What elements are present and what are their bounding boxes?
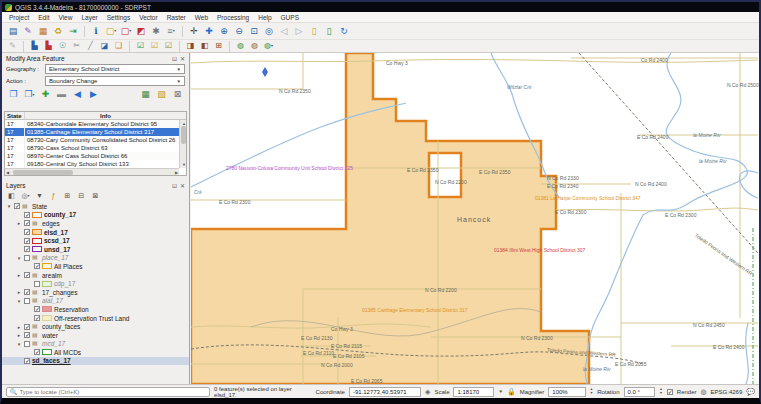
- scrollbar-thumb[interactable]: [13, 170, 73, 175]
- layer-checkbox[interactable]: ✓: [14, 203, 20, 209]
- expander-icon[interactable]: ▾: [16, 341, 22, 347]
- layer-item-water[interactable]: ▸✓▤water: [2, 331, 189, 340]
- globe-icon[interactable]: ◍: [700, 388, 706, 396]
- search-input[interactable]: [20, 389, 207, 395]
- layer-item-aial-17[interactable]: ▾▤aial_17: [2, 297, 189, 306]
- render-checkbox[interactable]: ✓: [667, 389, 673, 395]
- table-row[interactable]: 1708340-Carbondale Elementary School Dis…: [5, 120, 179, 128]
- messages-icon[interactable]: 💬: [746, 388, 755, 396]
- layer-item-reservation[interactable]: ✓Reservation: [2, 305, 189, 314]
- deselect-features-icon[interactable]: ▢▾: [119, 25, 133, 38]
- layer-checkbox[interactable]: ✓: [24, 289, 30, 295]
- edit-form-button[interactable]: ▧: [155, 89, 168, 100]
- copy-feature-button[interactable]: ❐: [7, 89, 20, 100]
- layer-item-all-places[interactable]: ✓All Places: [2, 262, 189, 271]
- expander-icon[interactable]: ▸: [16, 332, 22, 338]
- table-row[interactable]: 1709180-Central City School District 133: [5, 160, 179, 168]
- magnifier-value[interactable]: 100%: [548, 387, 585, 397]
- copy-style-icon[interactable]: ❏: [112, 41, 125, 52]
- layer-item-elsd-17[interactable]: ✓elsd_17: [2, 228, 189, 237]
- measure-icon[interactable]: ≡▾: [164, 25, 178, 38]
- layer-checkbox[interactable]: ✓: [24, 246, 30, 252]
- zoom-last-icon[interactable]: ◁: [277, 25, 291, 38]
- layer-item-state[interactable]: ▾✓▤State: [2, 202, 189, 211]
- panel-left-icon[interactable]: ◨: [184, 41, 197, 52]
- menu-item-processing[interactable]: Processing: [217, 14, 249, 21]
- scrollbar-thumb[interactable]: [181, 126, 186, 144]
- style-swap-icon[interactable]: ◪: [98, 41, 111, 52]
- lock-icon[interactable]: 🔒: [507, 388, 516, 396]
- layer-item-county-17[interactable]: ✓county_17: [2, 211, 189, 220]
- extents-icon[interactable]: ◈: [425, 388, 430, 396]
- column-header-info[interactable]: Info: [25, 112, 186, 119]
- expander-icon[interactable]: ▸: [16, 324, 22, 330]
- column-header-state[interactable]: State: [5, 112, 25, 119]
- close-panel-icon[interactable]: ✕: [180, 182, 185, 189]
- layer-checkbox[interactable]: ✓: [34, 315, 40, 321]
- layer-checkbox[interactable]: [34, 281, 40, 287]
- layer-item-mcd-17[interactable]: ▾▤mcd_17: [2, 340, 189, 349]
- layer-item-county-faces[interactable]: ▸✓▤county_faces: [2, 322, 189, 331]
- menu-item-view[interactable]: View: [58, 14, 72, 21]
- menu-item-project[interactable]: Project: [9, 14, 29, 21]
- layer-item-place-17[interactable]: ▾▤place_17: [2, 254, 189, 263]
- expander-icon[interactable]: ▸: [16, 289, 22, 295]
- layer-checkbox[interactable]: ✓: [24, 332, 30, 338]
- layer-checkbox[interactable]: [24, 298, 30, 304]
- layer-checkbox[interactable]: [24, 255, 30, 261]
- table-row[interactable]: 1708730-Cary Community Consolidated Scho…: [5, 136, 179, 144]
- menu-item-raster[interactable]: Raster: [167, 14, 186, 21]
- expander-icon[interactable]: ▾: [6, 203, 12, 209]
- layer-item-cdp-17[interactable]: cdp_17: [2, 279, 189, 288]
- map-canvas[interactable]: Co Hwy 3Co Rd 2400N Co Rd 2350Witzlar Cr…: [191, 53, 759, 384]
- settings-gear-icon[interactable]: ✱: [149, 25, 163, 38]
- refresh-icon[interactable]: ↻: [337, 25, 351, 38]
- panel-mid-icon[interactable]: ◧: [198, 41, 211, 52]
- locator-search[interactable]: 🔍: [6, 387, 210, 397]
- layer-checkbox[interactable]: ✓: [24, 272, 30, 278]
- node-edit-icon[interactable]: ✂: [70, 41, 83, 52]
- horizontal-scrollbar[interactable]: ◀ ▶: [5, 168, 179, 175]
- layer-item-arealm[interactable]: ▸✓▤arealm: [2, 271, 189, 280]
- layer-checkbox[interactable]: ✓: [34, 306, 40, 312]
- layer-checkbox[interactable]: ✓: [24, 324, 30, 330]
- bar-chart-red-icon[interactable]: ▙: [42, 41, 55, 52]
- touch-globe-icon[interactable]: ☉: [56, 41, 69, 52]
- layer-checkbox[interactable]: ✓: [24, 212, 30, 218]
- geography-select[interactable]: Elementary School District ▼: [45, 64, 185, 74]
- float-panel-icon[interactable]: ⊡: [172, 55, 177, 62]
- globe-green-icon[interactable]: ◍: [234, 41, 247, 52]
- ruler-icon[interactable]: ╱: [84, 41, 97, 52]
- add-feature-button[interactable]: ✚: [39, 89, 52, 100]
- recycle-project-icon[interactable]: ♻: [51, 25, 65, 38]
- layer-checkbox[interactable]: ✓: [24, 229, 30, 235]
- check-layer-icon[interactable]: ☑: [134, 41, 147, 52]
- copy-options-button[interactable]: ❐▾: [23, 89, 36, 100]
- scroll-right-icon[interactable]: ▶: [175, 170, 178, 175]
- layer-checkbox[interactable]: [24, 341, 30, 347]
- map-themes-icon[interactable]: ◎▾: [20, 191, 31, 201]
- layer-item-edges[interactable]: ▸✓▤edges: [2, 219, 189, 228]
- step-down-icon[interactable]: ▼: [659, 392, 662, 396]
- expand-all-icon[interactable]: ⊞: [62, 191, 73, 201]
- bar-chart-blue-icon[interactable]: ▙: [28, 41, 41, 52]
- collapse-all-icon[interactable]: ⊟: [76, 191, 87, 201]
- pan-to-selection-icon[interactable]: ✚: [202, 25, 216, 38]
- scale-select[interactable]: 1:18170: [453, 387, 494, 397]
- show-bookmarks-icon[interactable]: ▯: [322, 25, 336, 38]
- styling-panel-icon[interactable]: ◧: [6, 191, 17, 201]
- zoom-full-icon[interactable]: ⊡: [247, 25, 261, 38]
- filter-legend-icon[interactable]: ▼: [34, 191, 45, 201]
- layer-checkbox[interactable]: ✓: [24, 238, 30, 244]
- layer-checkbox[interactable]: ✓: [34, 349, 40, 355]
- menu-item-help[interactable]: Help: [258, 14, 271, 21]
- scroll-down-icon[interactable]: ▼: [182, 162, 186, 167]
- select-features-icon[interactable]: ▢▾: [104, 25, 118, 38]
- coordinate-value[interactable]: -91.12773,40.53971: [349, 387, 421, 397]
- close-tool-button[interactable]: ⊠: [171, 89, 184, 100]
- menu-item-settings[interactable]: Settings: [107, 14, 131, 21]
- new-bookmark-icon[interactable]: ▯: [307, 25, 321, 38]
- action-select[interactable]: Boundary Change ▼: [45, 76, 185, 86]
- layer-checkbox[interactable]: ✓: [24, 220, 30, 226]
- layer-checkbox[interactable]: ✓: [24, 358, 30, 364]
